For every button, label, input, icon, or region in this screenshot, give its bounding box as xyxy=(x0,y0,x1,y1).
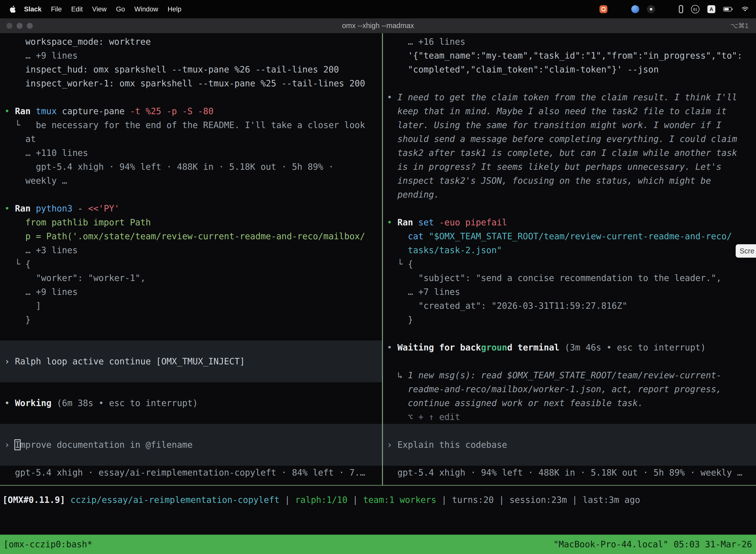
terminal-row: pending. xyxy=(383,188,756,202)
input-prompt-row: › Explain this codebase xyxy=(383,438,756,452)
terminal-row xyxy=(0,382,382,396)
window-titlebar[interactable]: omx --xhigh --madmax ⌥⌘1 xyxy=(0,18,756,33)
screen-record-icon[interactable] xyxy=(600,5,608,13)
terminal-row: readme-and-reco/mailbox/worker-1.json, a… xyxy=(383,382,756,396)
inject-banner-row: › Ralph loop active continue [OMX_TMUX_I… xyxy=(0,354,382,368)
terminal-row: is in progress? It seems likely but perh… xyxy=(383,160,756,174)
terminal-pane-left[interactable]: workspace_mode: worktree … +9 lines insp… xyxy=(0,33,382,485)
menu-bar-status-icons: 61 A xyxy=(600,5,756,13)
tmux-session-label: [omx-cczip0:bash* xyxy=(0,539,92,549)
terminal-row: "created_at": "2026-03-31T11:59:27.816Z" xyxy=(383,299,756,313)
terminal-row xyxy=(383,327,756,340)
window-controls xyxy=(6,18,33,33)
terminal-row: inspect task2's JSON, focusing on the st… xyxy=(383,174,756,188)
terminal-row: ↳ 1 new msg(s): read $OMX_TEAM_STATE_ROO… xyxy=(383,368,756,382)
terminal-row xyxy=(383,76,756,90)
terminal-row: inspect_worker-1: omx sparkshell --tmux-… xyxy=(0,76,382,90)
terminal-window: omx --xhigh --madmax ⌥⌘1 workspace_mode:… xyxy=(0,18,756,554)
terminal-row: } xyxy=(0,313,382,327)
terminal-row: … +9 lines xyxy=(0,49,382,63)
terminal-row: keep that in mind. Maybe I also need the… xyxy=(383,104,756,118)
omx-hud-statusline: [OMX#0.11.9] cczip/essay/ai-reimplementa… xyxy=(0,493,756,507)
menu-item-go[interactable]: Go xyxy=(111,5,130,13)
terminal-content: workspace_mode: worktree … +9 lines insp… xyxy=(0,33,756,554)
pane-bottom-border xyxy=(0,485,756,486)
terminal-row: p = Path('.omx/state/team/review-current… xyxy=(0,229,382,243)
terminal-row: from pathlib import Path xyxy=(0,215,382,229)
dark-app-icon[interactable] xyxy=(647,5,655,13)
terminal-row: ⌥ + ↑ edit xyxy=(383,410,756,424)
terminal-pane-right[interactable]: … +16 lines '{"team_name":"my-team","tas… xyxy=(383,33,756,485)
terminal-row: inspect_hud: omx sparkshell --tmux-pane … xyxy=(0,63,382,76)
menu-items: FileEditViewGoWindowHelp xyxy=(46,5,186,13)
menu-bar-left: Slack FileEditViewGoWindowHelp xyxy=(0,5,186,13)
terminal-row: └ be necessary for the end of the README… xyxy=(0,118,382,132)
window-tiles-icon[interactable] xyxy=(615,5,623,13)
terminal-row: tasks/task-2.json" xyxy=(383,243,756,257)
terminal-row: weekly … xyxy=(0,174,382,188)
terminal-row xyxy=(0,410,382,424)
input-prompt-row: › Improve documentation in @filename xyxy=(0,438,382,452)
menu-item-window[interactable]: Window xyxy=(130,5,163,13)
terminal-row xyxy=(0,368,382,382)
tmux-host-clock: "MacBook-Pro-44.local" 05:03 31-Mar-26 xyxy=(553,539,756,549)
screen: Slack FileEditViewGoWindowHelp 61 A xyxy=(0,0,756,554)
window-shortcut-hint: ⌥⌘1 xyxy=(731,22,749,30)
terminal-row: … +3 lines xyxy=(0,243,382,257)
input-source-icon[interactable]: A xyxy=(707,5,715,13)
terminal-row: "completed","claim_token":"claim-token"}… xyxy=(383,63,756,76)
terminal-row: "worker": "worker-1", xyxy=(0,271,382,285)
dots-grid-icon[interactable] xyxy=(663,5,671,13)
terminal-row xyxy=(0,188,382,202)
terminal-row xyxy=(0,340,382,354)
menu-item-edit[interactable]: Edit xyxy=(66,5,87,13)
minimize-button[interactable] xyxy=(17,23,22,29)
command-row: • Ran tmux capture-pane -t %25 -p -S -80 xyxy=(0,104,382,118)
terminal-row xyxy=(383,202,756,215)
terminal-row xyxy=(0,327,382,340)
terminal-row xyxy=(383,424,756,438)
pane-status-row: gpt-5.4 xhigh · 94% left · 488K in · 5.1… xyxy=(383,466,756,480)
command-row: • Ran set -euo pipefail xyxy=(383,215,756,229)
browser-icon[interactable] xyxy=(631,5,639,13)
terminal-row: '{"team_name":"my-team","task_id":"1","f… xyxy=(383,49,756,63)
macos-menu-bar: Slack FileEditViewGoWindowHelp 61 A xyxy=(0,0,756,18)
omx-hud-row: [OMX#0.11.9] cczip/essay/ai-reimplementa… xyxy=(0,493,756,507)
apple-menu-icon[interactable] xyxy=(7,5,19,13)
window-title: omx --xhigh --madmax xyxy=(0,21,756,30)
terminal-row: … +110 lines xyxy=(0,146,382,160)
terminal-row: … +9 lines xyxy=(0,285,382,299)
terminal-row: workspace_mode: worktree xyxy=(0,35,382,49)
terminal-row xyxy=(383,452,756,466)
menu-item-file[interactable]: File xyxy=(46,5,67,13)
pane-status-row: gpt-5.4 xhigh · essay/ai-reimplementatio… xyxy=(0,466,382,480)
terminal-row: at xyxy=(0,132,382,146)
tmux-status-bar: [omx-cczip0:bash* "MacBook-Pro-44.local"… xyxy=(0,535,756,554)
terminal-row: cat "$OMX_TEAM_STATE_ROOT/team/review-cu… xyxy=(383,229,756,243)
battery-badge-icon[interactable]: 61 xyxy=(691,5,699,13)
menu-item-help[interactable]: Help xyxy=(163,5,186,13)
menu-item-slack[interactable]: Slack xyxy=(19,5,46,13)
terminal-row: continue assigned work or next feasible … xyxy=(383,396,756,410)
waiting-status-row: • Waiting for background terminal (3m 46… xyxy=(383,340,756,354)
close-button[interactable] xyxy=(6,23,12,29)
terminal-row: ] xyxy=(0,299,382,313)
screenshot-thumbnail-label[interactable]: Scre xyxy=(736,244,756,258)
thinking-row: • I need to get the claim token from the… xyxy=(383,90,756,104)
terminal-row: should send a message before completing … xyxy=(383,132,756,146)
zoom-button[interactable] xyxy=(27,23,33,29)
terminal-row: later. Using the same for transition mig… xyxy=(383,118,756,132)
battery-icon[interactable] xyxy=(723,7,733,12)
terminal-row xyxy=(0,90,382,104)
tmux-panes: workspace_mode: worktree … +9 lines insp… xyxy=(0,33,756,485)
terminal-row xyxy=(383,354,756,368)
wifi-icon[interactable] xyxy=(741,6,749,12)
terminal-row: … +16 lines xyxy=(383,35,756,49)
terminal-row: task2 after task1 is complete, but can I… xyxy=(383,146,756,160)
menu-item-view[interactable]: View xyxy=(87,5,111,13)
terminal-row: } xyxy=(383,313,756,327)
working-status-row: • Working (6m 38s • esc to interrupt) xyxy=(0,396,382,410)
terminal-row xyxy=(0,424,382,438)
iphone-mirroring-icon[interactable] xyxy=(679,5,683,13)
terminal-row: └ { xyxy=(0,257,382,271)
